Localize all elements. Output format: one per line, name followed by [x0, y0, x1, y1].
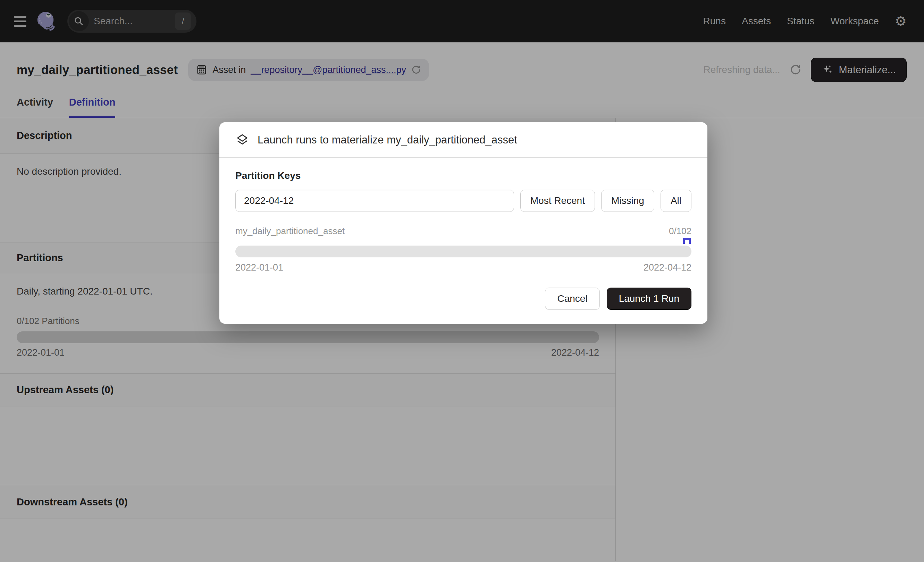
dialog-asset-name: my_daily_partitioned_asset: [236, 226, 345, 236]
dialog-header: Launch runs to materialize my_daily_part…: [219, 122, 707, 158]
dialog-selected-count: 0/102: [669, 226, 692, 236]
selection-marker-row: [236, 238, 692, 245]
partition-keys-row: Most Recent Missing All: [236, 190, 692, 212]
dialog-title: Launch runs to materialize my_daily_part…: [258, 134, 517, 146]
launch-run-button[interactable]: Launch 1 Run: [607, 288, 692, 310]
most-recent-button[interactable]: Most Recent: [520, 190, 595, 212]
launch-runs-dialog: Launch runs to materialize my_daily_part…: [219, 122, 707, 324]
layers-icon: [236, 133, 249, 147]
dialog-asset-row: my_daily_partitioned_asset 0/102: [236, 226, 692, 236]
selected-partition-marker: [683, 238, 691, 244]
dagster-app: / Runs Assets Status Workspace ⚙ my_dail…: [0, 0, 924, 562]
all-button[interactable]: All: [660, 190, 692, 212]
dialog-partition-bar[interactable]: [236, 246, 692, 257]
dialog-range-start: 2022-01-01: [236, 262, 283, 273]
partition-keys-label: Partition Keys: [236, 170, 692, 181]
cancel-button[interactable]: Cancel: [545, 288, 600, 310]
dialog-footer: Cancel Launch 1 Run: [236, 288, 692, 310]
missing-button[interactable]: Missing: [601, 190, 654, 212]
dialog-range-row: 2022-01-01 2022-04-12: [236, 262, 692, 273]
dialog-range-end: 2022-04-12: [644, 262, 692, 273]
dialog-body: Partition Keys Most Recent Missing All m…: [219, 158, 707, 273]
partition-keys-input[interactable]: [236, 190, 514, 212]
